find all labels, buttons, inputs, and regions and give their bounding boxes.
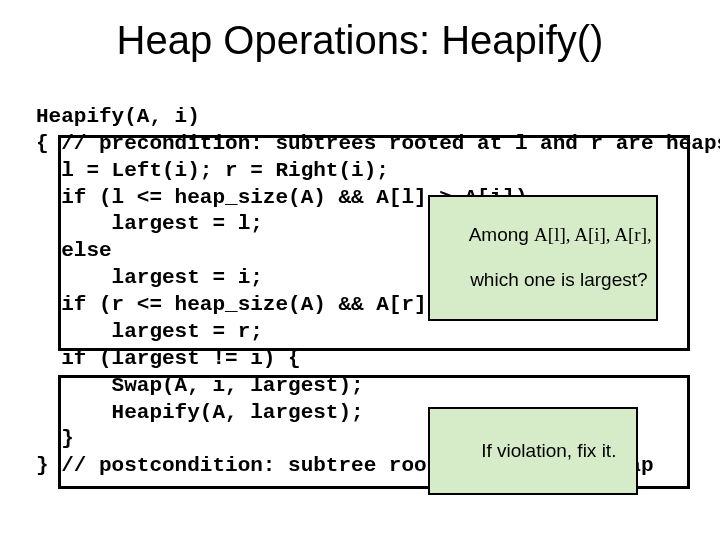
code-line: } bbox=[36, 427, 74, 450]
callout-vars: A[l], A[i], A[r], bbox=[534, 224, 652, 245]
code-block: Heapify(A, i) { // precondition: subtree… bbox=[0, 77, 720, 540]
code-line: { // precondition: subtrees rooted at l … bbox=[36, 132, 720, 155]
callout-compare: Among A[l], A[i], A[r], which one is lar… bbox=[428, 195, 658, 321]
code-line: Swap(A, i, largest); bbox=[36, 374, 364, 397]
slide: Heap Operations: Heapify() Heapify(A, i)… bbox=[0, 18, 720, 540]
code-line: else bbox=[36, 239, 112, 262]
code-line: if (largest != i) { bbox=[36, 347, 301, 370]
slide-title: Heap Operations: Heapify() bbox=[0, 18, 720, 63]
code-line: Heapify(A, i) bbox=[36, 105, 200, 128]
code-line: largest = l; bbox=[36, 212, 263, 235]
callout-fix: If violation, fix it. bbox=[428, 407, 638, 495]
code-line: largest = i; bbox=[36, 266, 263, 289]
callout-text: which one is largest? bbox=[470, 269, 647, 290]
callout-text: Among bbox=[469, 224, 534, 245]
callout-text: If violation, fix it. bbox=[481, 440, 616, 461]
code-line: largest = r; bbox=[36, 320, 263, 343]
code-line: Heapify(A, largest); bbox=[36, 401, 364, 424]
code-line: l = Left(i); r = Right(i); bbox=[36, 159, 389, 182]
